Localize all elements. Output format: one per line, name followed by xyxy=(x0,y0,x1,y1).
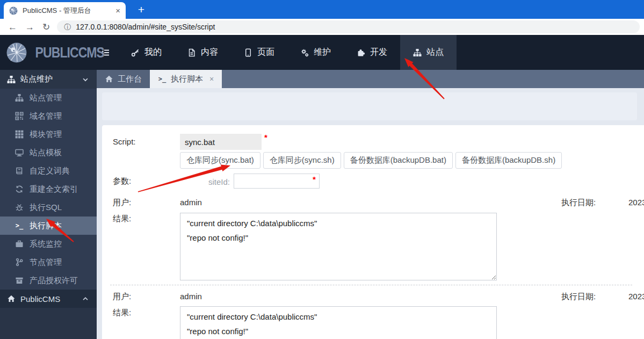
briefcase-icon xyxy=(15,240,24,248)
chevron-up-icon xyxy=(81,294,90,303)
param-input[interactable] xyxy=(234,174,320,189)
sidebar-item-6[interactable]: 执行SQL xyxy=(0,198,97,217)
nav-item-label: 内容 xyxy=(201,47,218,58)
nav-item-0[interactable]: 我的 xyxy=(118,35,175,70)
sidebar-item-2[interactable]: 模块管理 xyxy=(0,125,97,143)
form-card: Script: * 仓库同步(sync.bat)仓库同步(sync.sh)备份数… xyxy=(102,125,644,339)
nav-item-5[interactable]: 站点 xyxy=(400,35,457,70)
sidebar-item-9[interactable]: 节点管理 xyxy=(0,253,97,271)
publiccms-logo-icon xyxy=(6,42,27,63)
terminal-icon: >_ xyxy=(158,75,167,83)
qrcode-icon xyxy=(15,112,24,120)
archive-icon xyxy=(15,276,24,285)
sidebar-item-7[interactable]: >_执行脚本 xyxy=(0,217,97,235)
nav-item-label: 页面 xyxy=(257,47,274,58)
terminal-icon: >_ xyxy=(15,221,24,230)
sidebar: 站点维护 站点管理域名管理模块管理站点模板自定义词典重建全文索引执行SQL>_执… xyxy=(0,70,97,339)
script-button-3[interactable]: 备份数据库(backupDB.sh) xyxy=(455,152,562,169)
home-icon xyxy=(7,294,16,303)
result-label: 结果: xyxy=(113,308,131,318)
sidebar-filler xyxy=(0,308,97,339)
sidebar-item-label: 自定义词典 xyxy=(30,166,70,176)
script-button-2[interactable]: 备份数据库(backupDB.bat) xyxy=(344,152,453,169)
sidebar-items: 站点管理域名管理模块管理站点模板自定义词典重建全文索引执行SQL>_执行脚本系统… xyxy=(0,89,97,290)
workspace-tabbar: 工作台>_执行脚本× xyxy=(97,70,644,88)
sidebar-footer-label: PublicCMS xyxy=(20,294,60,304)
exec-date-label: 执行日期: xyxy=(561,292,596,302)
sidebar-item-label: 节点管理 xyxy=(30,257,62,268)
workspace-tab-1[interactable]: >_执行脚本× xyxy=(150,70,222,88)
sidebar-item-label: 模块管理 xyxy=(30,129,62,140)
nav-item-3[interactable]: 维护 xyxy=(287,35,344,70)
sidebar-item-label: 站点管理 xyxy=(30,93,62,103)
info-icon: ⓘ xyxy=(64,24,71,31)
screen: PublicCMS - 管理后台 × + ← → ↻ ⓘ 127.0.0.1:8… xyxy=(0,0,644,339)
new-tab-button[interactable]: + xyxy=(133,2,150,18)
chevron-down-icon xyxy=(81,75,90,84)
key-icon xyxy=(131,48,140,57)
sidebar-item-label: 站点模板 xyxy=(30,148,62,158)
workspace-tab-0[interactable]: 工作台 xyxy=(97,70,150,88)
back-icon[interactable]: ← xyxy=(8,23,17,32)
sidebar-item-0[interactable]: 站点管理 xyxy=(0,89,97,107)
sidebar-section-header[interactable]: 站点维护 xyxy=(0,70,97,89)
script-input[interactable] xyxy=(180,134,262,150)
forward-icon[interactable]: → xyxy=(25,23,34,32)
script-button-0[interactable]: 仓库同步(sync.bat) xyxy=(180,152,261,169)
reload-icon[interactable]: ↻ xyxy=(42,23,50,32)
nav-item-label: 开发 xyxy=(370,47,387,58)
url-bar[interactable]: ⓘ 127.0.0.1:8080/admin/#site_sysSite/scr… xyxy=(57,20,640,33)
browser-tab[interactable]: PublicCMS - 管理后台 × xyxy=(4,2,126,19)
main-content: Script: * 仓库同步(sync.bat)仓库同步(sync.sh)备份数… xyxy=(97,88,644,339)
nav-item-label: 站点 xyxy=(426,47,444,58)
sidebar-section-title: 站点维护 xyxy=(20,74,53,84)
sidebar-item-label: 系统监控 xyxy=(30,239,62,249)
record-divider xyxy=(110,285,632,285)
result-textarea[interactable]: "current directory C:\data\publiccms" "r… xyxy=(180,213,497,280)
brand[interactable]: PUBLICCMS xyxy=(0,42,98,63)
filter-panel xyxy=(102,92,637,120)
sidebar-item-4[interactable]: 自定义词典 xyxy=(0,162,97,180)
top-nav-items: 我的内容页面维护开发站点 xyxy=(118,35,457,70)
script-button-1[interactable]: 仓库同步(sync.sh) xyxy=(263,152,341,169)
exec-date-value: 2023 xyxy=(628,198,644,207)
tablet-icon xyxy=(244,48,252,57)
browser-toolbar: ← → ↻ ⓘ 127.0.0.1:8080/admin/#site_sysSi… xyxy=(0,19,644,35)
user-value: admin xyxy=(180,292,202,301)
nav-item-4[interactable]: 开发 xyxy=(344,35,400,70)
sidebar-item-1[interactable]: 域名管理 xyxy=(0,107,97,125)
result-textarea[interactable]: "current directory C:\data\publiccms" "r… xyxy=(180,306,497,339)
puzzle-icon xyxy=(357,48,365,57)
sidebar-item-publiccms[interactable]: PublicCMS xyxy=(0,290,97,308)
sidebar-item-5[interactable]: 重建全文索引 xyxy=(0,180,97,198)
brand-text: PUBLICCMS xyxy=(35,44,104,61)
tab-close-icon[interactable]: × xyxy=(209,75,214,83)
nav-item-1[interactable]: 内容 xyxy=(175,35,231,70)
sidebar-item-label: 执行脚本 xyxy=(30,221,62,231)
sync-icon xyxy=(15,185,24,193)
nav-item-2[interactable]: 页面 xyxy=(231,35,287,70)
favicon-icon xyxy=(9,6,18,15)
nav-item-label: 维护 xyxy=(314,47,331,58)
param-field-label: siteId: xyxy=(208,177,230,186)
sidebar-item-3[interactable]: 站点模板 xyxy=(0,143,97,162)
workspace-tab-label: 执行脚本 xyxy=(171,74,203,84)
tab-close-icon[interactable]: × xyxy=(115,6,120,15)
workspace-tab-label: 工作台 xyxy=(118,74,142,84)
desktop-icon xyxy=(15,148,24,157)
browser-tabstrip: PublicCMS - 管理后台 × + xyxy=(0,0,644,19)
user-value: admin xyxy=(180,198,202,207)
user-label: 用户: xyxy=(113,292,131,302)
url-text: 127.0.0.1:8080/admin/#site_sysSite/scrip… xyxy=(76,23,215,31)
sitemap-icon xyxy=(7,75,16,84)
file-icon xyxy=(187,48,196,57)
exec-date-value: 2023 xyxy=(628,292,644,301)
sidebar-item-8[interactable]: 系统监控 xyxy=(0,235,97,253)
exec-date-label: 执行日期: xyxy=(561,198,596,208)
home-icon xyxy=(105,75,113,83)
sidebar-item-label: 产品授权许可 xyxy=(30,276,78,286)
script-label: Script: xyxy=(113,137,136,146)
sidebar-item-label: 重建全文索引 xyxy=(30,184,78,194)
cogs-icon xyxy=(300,48,309,57)
sidebar-item-10[interactable]: 产品授权许可 xyxy=(0,271,97,290)
